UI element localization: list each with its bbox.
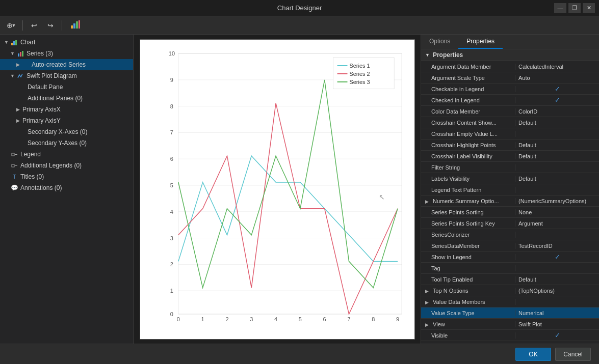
- properties-table[interactable]: Argument Data MemberCalculatedIntervalAr…: [421, 61, 599, 344]
- prop-name: Series Points Sorting: [421, 209, 515, 215]
- tree-arrow-swift-plot: ▼: [10, 73, 16, 78]
- prop-row[interactable]: Checked in Legend✓: [421, 95, 599, 106]
- prop-name: Tool Tip Enabled: [421, 276, 515, 283]
- svg-text:1: 1: [201, 316, 204, 322]
- svg-text:0: 0: [176, 316, 179, 322]
- tree-item-titles[interactable]: T Titles (0): [0, 171, 133, 182]
- prop-row[interactable]: Series Points SortingNone: [421, 207, 599, 218]
- prop-row[interactable]: ▶ Top N Options(TopNOptions): [421, 285, 599, 296]
- tree-item-secondary-x-axes[interactable]: Secondary X-Axes (0): [0, 126, 133, 137]
- series1-line: [178, 156, 397, 261]
- tree-label-additional-panes: Additional Panes (0): [28, 95, 83, 102]
- prop-row[interactable]: Checkable in Legend✓: [421, 83, 599, 95]
- tree-item-secondary-y-axes[interactable]: Secondary Y-Axes (0): [0, 137, 133, 149]
- expand-arrow-icon: ▶: [425, 199, 431, 204]
- prop-value: Default: [515, 120, 599, 126]
- close-button[interactable]: ✕: [583, 3, 595, 13]
- svg-text:0: 0: [170, 311, 173, 317]
- tree-item-primary-axisx[interactable]: ▶ Primary AxisX: [0, 104, 133, 115]
- prop-row[interactable]: Color Data MemberColorID: [421, 106, 599, 117]
- prop-row[interactable]: Tag: [421, 263, 599, 274]
- prop-row[interactable]: Crosshair Highlight PointsDefault: [421, 139, 599, 151]
- window-title: Chart Designer: [45, 4, 554, 12]
- prop-row[interactable]: ▶ ViewSwift Plot: [421, 319, 599, 330]
- prop-name: Checked in Legend: [421, 97, 515, 103]
- svg-text:8: 8: [170, 103, 173, 109]
- prop-row[interactable]: Visible✓: [421, 330, 599, 341]
- tree-item-additional-panes[interactable]: Additional Panes (0): [0, 93, 133, 104]
- tree-label-legend: Legend: [20, 151, 41, 158]
- tree-item-series[interactable]: ▼ Series (3): [0, 48, 133, 59]
- prop-row[interactable]: SeriesDataMemberTestRecordID: [421, 240, 599, 251]
- tab-options[interactable]: Options: [421, 35, 458, 49]
- tree-label-default-pane: Default Pane: [28, 83, 63, 91]
- prop-row[interactable]: Crosshair Empty Value L...: [421, 128, 599, 139]
- prop-name: Tag: [421, 265, 515, 271]
- prop-row[interactable]: ▶ Numeric Summary Optio...(NumericSummar…: [421, 195, 599, 207]
- prop-row[interactable]: Crosshair Content Show...Default: [421, 117, 599, 128]
- svg-text:5: 5: [298, 316, 301, 322]
- restore-button[interactable]: ❐: [568, 3, 581, 13]
- prop-name: Color Data Member: [421, 108, 515, 115]
- prop-row[interactable]: Crosshair Label VisibilityDefault: [421, 151, 599, 162]
- additional-legends-icon: [10, 161, 18, 170]
- ok-button[interactable]: OK: [515, 348, 551, 361]
- series-icon: [16, 49, 24, 58]
- prop-name: Checkable in Legend: [421, 86, 515, 92]
- tree-item-chart[interactable]: ▼ Chart: [0, 37, 133, 48]
- chart-designer-icon-button[interactable]: [66, 19, 85, 32]
- prop-row[interactable]: Show in Legend✓: [421, 251, 599, 263]
- svg-text:1: 1: [170, 288, 173, 294]
- tree-item-legend[interactable]: Legend: [0, 149, 133, 160]
- chart-container: .axis-label { font-size: 11px; fill: #55…: [140, 39, 415, 340]
- svg-rect-9: [22, 51, 23, 57]
- properties-tabs: Options Properties: [421, 35, 599, 49]
- tree-arrow-primary-axisx: ▶: [16, 107, 22, 112]
- prop-row[interactable]: Labels VisibilityDefault: [421, 173, 599, 184]
- annotations-icon: 💬: [10, 184, 18, 192]
- minimize-button[interactable]: —: [554, 3, 566, 13]
- tab-properties[interactable]: Properties: [458, 35, 503, 49]
- tree-label-primary-axisx: Primary AxisX: [22, 106, 61, 113]
- prop-value: Default: [515, 153, 599, 159]
- tree-item-annotations[interactable]: 💬 Annotations (0): [0, 182, 133, 193]
- tree-label-additional-legends: Additional Legends (0): [20, 162, 82, 169]
- svg-text:8: 8: [372, 316, 375, 322]
- tree-item-additional-legends[interactable]: Additional Legends (0): [0, 160, 133, 171]
- prop-row[interactable]: ▶ Value Data Members: [421, 296, 599, 307]
- prop-row[interactable]: Argument Data MemberCalculatedInterval: [421, 61, 599, 72]
- prop-name: SeriesDataMember: [421, 243, 515, 249]
- cancel-button[interactable]: Cancel: [555, 348, 591, 361]
- undo-button[interactable]: ↩: [27, 19, 41, 32]
- prop-value: CalculatedInterval: [515, 64, 599, 70]
- series3-line: [178, 79, 397, 287]
- tree-item-auto-series[interactable]: ▶ Auto-created Series: [0, 59, 133, 70]
- add-button[interactable]: ⊕ ▼: [4, 19, 18, 32]
- tree-item-swift-plot[interactable]: ▼ Swift Plot Diagram: [0, 70, 133, 81]
- prop-name: Argument Data Member: [421, 64, 515, 70]
- redo-button[interactable]: ↪: [43, 19, 58, 32]
- prop-value: TestRecordID: [515, 243, 599, 249]
- prop-row[interactable]: Tool Tip EnabledDefault: [421, 274, 599, 285]
- prop-row[interactable]: Legend Text Pattern: [421, 184, 599, 195]
- tree-item-primary-axisy[interactable]: ▶ Primary AxisY: [0, 115, 133, 126]
- prop-row[interactable]: Argument Scale TypeAuto: [421, 72, 599, 83]
- svg-rect-1: [73, 23, 75, 29]
- tree-label-chart: Chart: [20, 39, 35, 46]
- tree-panel[interactable]: ▼ Chart ▼ Series (3) ▶ Auto-created Seri…: [0, 35, 134, 344]
- prop-row[interactable]: SeriesColorizer: [421, 229, 599, 240]
- dropdown-arrow-icon: ▼: [12, 23, 16, 28]
- undo-icon: ↩: [31, 21, 37, 30]
- tree-item-default-pane[interactable]: Default Pane: [0, 81, 133, 93]
- prop-row[interactable]: Series Points Sorting KeyArgument: [421, 218, 599, 229]
- prop-row[interactable]: Filter String: [421, 162, 599, 173]
- window-controls: — ❐ ✕: [554, 3, 595, 13]
- prop-value: Default: [515, 176, 599, 182]
- svg-rect-2: [76, 21, 78, 29]
- prop-row[interactable]: Value Scale TypeNumerical: [421, 307, 599, 319]
- prop-name: Show in Legend: [421, 254, 515, 260]
- prop-name: Crosshair Label Visibility: [421, 153, 515, 159]
- checkmark-icon: ✓: [555, 85, 560, 93]
- prop-value: ✓: [515, 253, 599, 261]
- svg-text:2: 2: [225, 316, 228, 322]
